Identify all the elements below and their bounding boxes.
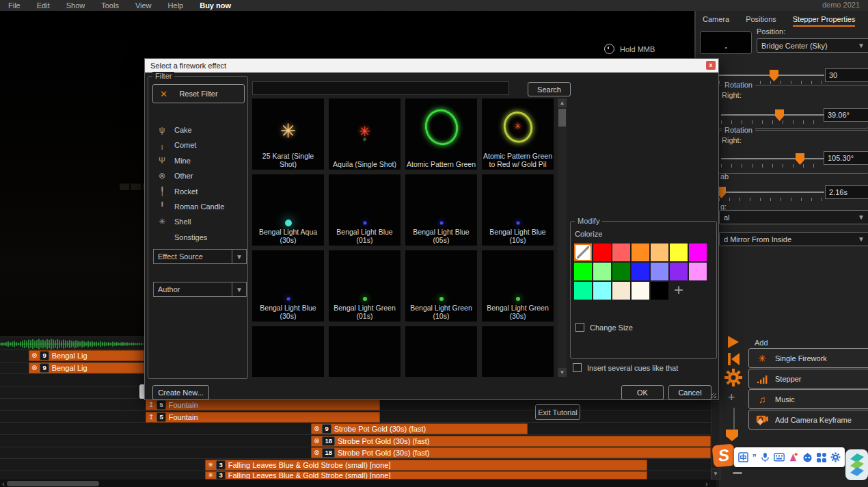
swatch-000000[interactable] [651, 282, 668, 300]
checkbox[interactable] [573, 363, 582, 372]
search-button[interactable]: Search [528, 82, 571, 96]
music-button[interactable]: ♫Music [748, 389, 868, 409]
swatch-ffff33[interactable] [670, 244, 688, 261]
hscroll-thumb[interactable] [7, 481, 99, 486]
close-icon[interactable]: x [706, 61, 716, 70]
checkbox[interactable] [575, 323, 584, 332]
rotation1-slider-handle[interactable] [775, 109, 784, 121]
punctuation-icon[interactable]: ” [752, 453, 757, 462]
apps-grid-icon[interactable] [817, 453, 826, 462]
swatch-ff8c1e[interactable] [632, 244, 649, 261]
rotation2-value[interactable]: 105.30° [824, 151, 868, 165]
swatch-ff5f5f[interactable] [612, 244, 630, 261]
play-icon[interactable] [727, 334, 740, 350]
effect-tile[interactable]: ✳25 Karat (Single Shot) [252, 98, 324, 170]
sogou-s-logo[interactable]: S [711, 443, 735, 467]
tab-positions[interactable]: Positions [746, 15, 776, 27]
time-slider-track[interactable] [719, 192, 824, 193]
rotation2-slider-track[interactable] [721, 158, 824, 159]
swatch-00ff9a[interactable] [574, 282, 592, 300]
stepper-button[interactable]: Stepper [748, 369, 868, 389]
cue-bar[interactable]: ↥5Fountain [146, 412, 380, 423]
effect-tile[interactable]: Atomic Pattern Green [405, 98, 477, 170]
cue-bar[interactable]: ⊗9Bengal Lig [29, 350, 144, 361]
robot-icon[interactable] [802, 453, 813, 462]
rotation2-slider-handle[interactable] [796, 153, 804, 165]
count-slider-handle[interactable] [770, 70, 778, 81]
plus-icon[interactable]: + [728, 391, 735, 405]
tab-stepper-properties[interactable]: Stepper Properties [793, 15, 856, 27]
swatch-f7ead2[interactable] [612, 282, 630, 300]
effect-tile[interactable] [329, 326, 401, 377]
ime-toolbar[interactable]: ” [734, 447, 845, 467]
effects-scroll-thumb[interactable] [558, 109, 566, 127]
gear-icon[interactable] [724, 369, 742, 386]
add-color-button[interactable]: + [670, 282, 688, 300]
rotation1-slider-track[interactable] [721, 114, 824, 116]
menu-item-edit[interactable]: Edit [29, 1, 58, 10]
author-dropdown[interactable]: Author ▼ [153, 282, 247, 297]
effect-tile[interactable] [252, 326, 324, 377]
timeline-vertical-scrollbar[interactable] [711, 401, 720, 479]
time-value[interactable]: 2.16s [825, 185, 868, 199]
swatch-8c28f0[interactable] [670, 263, 688, 280]
menu-item-tools[interactable]: Tools [93, 1, 127, 10]
effect-tile[interactable] [482, 326, 554, 377]
menu-item-show[interactable]: Show [58, 1, 94, 10]
mirror-dropdown[interactable]: d Mirror From Inside▼ [719, 232, 868, 246]
effects-scrollbar[interactable]: ▲ ▼ [558, 98, 567, 377]
effect-tile[interactable]: Bengal Light Blue (10s) [482, 174, 554, 246]
cue-bar[interactable]: ⊗9Strobe Pot Gold (30s) (fast) [311, 423, 528, 434]
mode-dropdown[interactable]: al▼ [719, 210, 868, 224]
timeline-marker-icon[interactable] [726, 430, 738, 441]
category-shell[interactable]: ✳Shell [157, 216, 191, 227]
category-other[interactable]: ⊗Other [157, 170, 193, 181]
change-size-checkbox[interactable]: Change Size [575, 323, 633, 332]
effect-source-dropdown[interactable]: Effect Source ▼ [153, 249, 247, 264]
scroll-left-arrow-icon[interactable]: ‹ [2, 479, 5, 487]
position-dropdown[interactable]: Bridge Center (Sky)▼ [757, 38, 868, 53]
effect-tile[interactable] [405, 326, 477, 377]
swatch-fffaf0[interactable] [632, 282, 649, 300]
swatch-ffc273[interactable] [651, 244, 668, 261]
cue-bar[interactable]: ✳3Falling Leaves Blue & Gold Strobe (sma… [205, 460, 647, 471]
ime-collapse-handle[interactable] [733, 472, 742, 474]
swatch-8888ff[interactable] [651, 263, 668, 280]
cue-bar[interactable]: ⊗9Bengal Lig [29, 363, 144, 373]
menu-item-buy-now[interactable]: Buy now [191, 1, 239, 10]
swatch-no-color-selected[interactable] [574, 244, 592, 261]
tab-camera[interactable]: Camera [703, 15, 729, 27]
scroll-down-arrow-icon[interactable]: ▼ [711, 469, 720, 479]
effect-tile[interactable]: ✳✳Aquila (Single Shot) [329, 98, 401, 170]
scroll-up-arrow-icon[interactable]: ▲ [558, 98, 567, 107]
create-new-button[interactable]: Create New... [152, 385, 209, 400]
keyboard-icon[interactable] [774, 453, 785, 462]
cue-bar[interactable]: ⊗18Strobe Pot Gold (30s) (fast) [311, 447, 711, 458]
exit-tutorial-button[interactable]: Exit Tutorial [535, 404, 580, 420]
menu-item-view[interactable]: View [127, 1, 160, 10]
category-sonstiges[interactable]: Sonstiges [157, 232, 207, 243]
skin-icon[interactable] [788, 452, 798, 462]
effect-tile[interactable]: Bengal Light Blue (30s) [252, 250, 324, 321]
swatch-90ff90[interactable] [593, 263, 611, 280]
swatch-008000[interactable] [612, 263, 630, 280]
category-comet[interactable]: ╷Comet [157, 140, 196, 150]
snip-s-logo[interactable] [845, 449, 868, 480]
cancel-button[interactable]: Cancel [668, 385, 711, 400]
category-cake[interactable]: ψCake [157, 124, 192, 135]
effect-tile[interactable]: ✳Atomic Pattern Green to Red w/ Gold Pil [482, 98, 554, 170]
settings-icon[interactable] [830, 452, 841, 462]
effect-tile[interactable]: Bengal Light Green (10s) [405, 250, 477, 321]
category-roman-candle[interactable]: ╹Roman Candle [157, 201, 224, 212]
effect-tile[interactable]: Bengal Light Green (01s) [329, 250, 401, 321]
swatch-00ff00[interactable] [574, 263, 592, 280]
scroll-right-arrow-icon[interactable]: › [705, 479, 708, 487]
cue-bar[interactable]: ⊗18Strobe Pot Gold (30s) (fast) [311, 436, 711, 447]
swatch-ff00ff[interactable] [689, 244, 707, 261]
resize-grip[interactable] [711, 393, 716, 398]
menu-item-file[interactable]: File [0, 1, 29, 10]
timeline-horizontal-scrollbar[interactable]: ‹ › [0, 479, 716, 487]
mic-icon[interactable] [761, 452, 770, 462]
cue-bar[interactable]: ↥5Fountain [146, 399, 380, 410]
insert-cues-checkbox[interactable]: Insert several cues like that [573, 363, 678, 372]
